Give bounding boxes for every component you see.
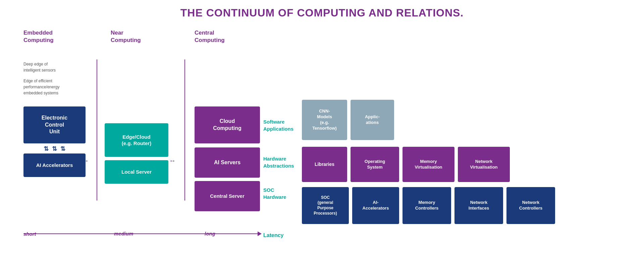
ai-servers-box: AI Servers	[195, 147, 260, 178]
vline-2	[184, 59, 185, 201]
libraries-box: Libraries	[302, 147, 347, 182]
network-virtualisation-box: Network Virtualisation	[458, 147, 510, 182]
local-server-box: Local Server	[105, 160, 168, 184]
central-server-box: Central Server	[195, 181, 260, 211]
diagram-wrapper: Embedded Computing Near Computing Centra…	[13, 26, 631, 244]
label-soc-hardware: SOC Hardware	[263, 186, 286, 201]
header-central: Central Computing	[195, 29, 225, 44]
vertical-arrows: ⇅ ⇅ ⇅	[23, 145, 86, 152]
applications-box: Applic- ations	[351, 100, 394, 140]
side-note-1: Deep edge of intelligent sensors	[23, 61, 56, 73]
network-controllers-box: Network Controllers	[506, 187, 555, 224]
memory-controllers-box: Memory Controllers	[402, 187, 451, 224]
edge-cloud-box: Edge/Cloud (e.g. Router)	[105, 123, 168, 157]
header-near: Near Computing	[111, 29, 141, 44]
operating-system-box: Operating System	[351, 147, 399, 182]
cnn-models-box: CNN- Models (e.g. Tensorflow)	[302, 100, 347, 140]
latency-arrow-line	[23, 233, 258, 234]
latency-label: Latency	[263, 232, 283, 238]
header-embedded: Embedded Computing	[23, 29, 54, 44]
memory-virtualisation-box: Memory Virtualisation	[402, 147, 454, 182]
soc-general-box: SOC (general Purpose Processors)	[302, 187, 349, 224]
main-title: THE CONTINUUM OF COMPUTING AND RELATIONS…	[13, 7, 631, 19]
ai-accelerators-box: AI Accelerators	[23, 153, 86, 177]
dbl-arrow-2: ↔	[169, 157, 176, 165]
label-software-apps: Software Applications	[263, 118, 293, 132]
ecu-box: Electronic Control Unit	[23, 106, 86, 143]
page-container: THE CONTINUUM OF COMPUTING AND RELATIONS…	[0, 0, 644, 266]
latency-arrowhead	[258, 231, 262, 236]
ai-accelerators-right-box: AI- Accelerators	[352, 187, 399, 224]
network-interfaces-box: Network Interfaces	[454, 187, 503, 224]
cloud-computing-box: Cloud Computing	[195, 106, 260, 143]
vline-1	[97, 59, 97, 201]
side-note-2: Edge of efficient performance/energy emb…	[23, 78, 59, 96]
label-hardware-abs: Hardware Abstractions	[263, 155, 294, 169]
